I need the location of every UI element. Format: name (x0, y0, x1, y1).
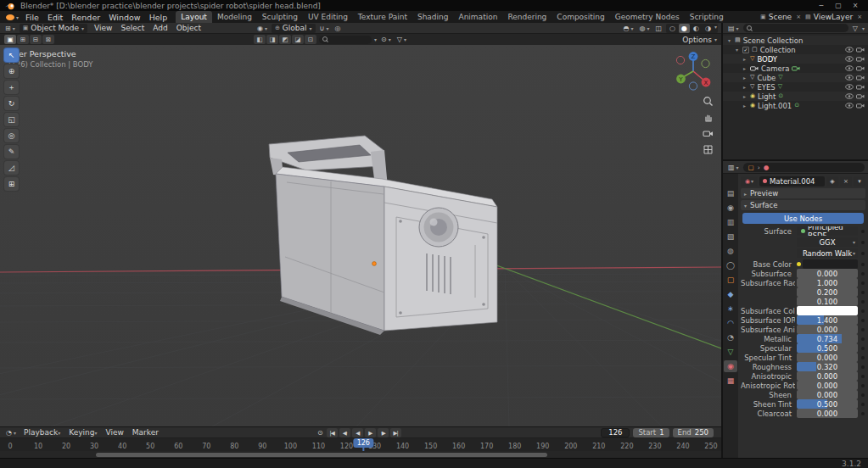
render-visibility-camera-icon[interactable] (856, 84, 865, 90)
outliner-row-light-001[interactable]: ▸◉Light.001⊙ (723, 101, 868, 110)
snap-magnet-button[interactable]: ∪▾ (318, 25, 331, 32)
surface-section-header[interactable]: ▾Surface (741, 200, 865, 210)
use-nodes-button[interactable]: Use Nodes (742, 213, 864, 224)
properties-tab-constraints[interactable]: ◔ (724, 332, 737, 343)
current-frame-marker[interactable]: 126 (354, 438, 373, 451)
zoom-icon[interactable] (703, 96, 714, 107)
snap-target-button[interactable]: ⊙▾ (379, 36, 393, 43)
outliner-item-label[interactable]: Light (758, 92, 776, 101)
outliner-menu-icon[interactable]: ▾ (862, 25, 865, 31)
workspace-tab-scripting[interactable]: Scripting (685, 11, 729, 23)
browse-material-button[interactable]: ◉▾ (741, 176, 758, 187)
workspace-tab-sculpting[interactable]: Sculpting (257, 11, 303, 23)
mode-dropdown[interactable]: ▣Object Mode▾ (20, 24, 87, 33)
outliner-row-eyes[interactable]: ▸▽EYES▽ (723, 82, 868, 92)
properties-tab-render[interactable]: ◉ (724, 202, 737, 214)
visibility-eye-icon[interactable] (845, 84, 854, 90)
timeline-menu-playback[interactable]: Playback▾ (20, 428, 64, 437)
workspace-tab-animation[interactable]: Animation (453, 11, 502, 23)
viewport-navigation-gizmo[interactable]: Z X Y (670, 48, 716, 94)
outliner-row-body[interactable]: ▸▽BODY (723, 54, 868, 64)
property-field-specular[interactable]: 0.500 (797, 343, 858, 353)
keyframe-dot[interactable] (860, 263, 865, 266)
property-field-sheen-tint[interactable]: 0.500 (797, 399, 858, 409)
disclosure-icon[interactable]: ▸ (742, 93, 748, 99)
keyframe-dot[interactable] (860, 291, 865, 294)
pan-hand-icon[interactable] (703, 112, 714, 123)
disclosure-icon[interactable]: ▸ (742, 84, 748, 90)
outliner-root-label[interactable]: Scene Collection (743, 36, 804, 45)
workspace-tab-modeling[interactable]: Modeling (212, 11, 257, 23)
outliner-item-label[interactable]: Camera (761, 64, 789, 73)
viewport-menu-add[interactable]: Add (148, 24, 171, 32)
properties-tab-output[interactable]: ▥ (724, 216, 737, 228)
property-field-anisotropic[interactable]: 0.000 (797, 371, 858, 381)
render-visibility-camera-icon[interactable] (856, 103, 865, 109)
shading-rendered-button[interactable]: ◑ (703, 24, 714, 33)
frame-start-field[interactable]: Start1 (633, 428, 669, 437)
timeline-menu-marker[interactable]: Marker (128, 428, 163, 437)
prev-keyframe-button[interactable]: ◀· (339, 428, 350, 437)
options-dropdown[interactable]: Options▾ (682, 36, 717, 44)
disclosure-icon[interactable]: ▸ (742, 103, 748, 109)
scene-unlink-icon[interactable]: × (794, 14, 803, 20)
select-mode-subtract-button[interactable]: ⊟ (30, 35, 42, 44)
timeline-scrollbar[interactable] (96, 453, 547, 457)
visibility-eye-icon[interactable] (845, 75, 854, 81)
editor-type-button[interactable]: ▤▾ (726, 25, 741, 32)
properties-breadcrumb[interactable]: ▢ › ● (743, 163, 865, 172)
disclosure-icon[interactable]: ▾ (726, 37, 732, 43)
rotate-tool[interactable]: ↻ (4, 97, 19, 110)
gizmos-toggle-button[interactable]: ◓▾ (621, 25, 635, 32)
timeline-ruler[interactable]: 0102030405060708090100110120130140150160… (0, 438, 721, 451)
unlink-material-button[interactable]: × (840, 176, 852, 187)
property-field-subsurface-radius[interactable]: 0.200 (797, 287, 858, 297)
property-field-base-color[interactable] (803, 259, 858, 269)
subsurface-method-dropdown[interactable]: Random Walk▾ (797, 248, 858, 258)
menu-render[interactable]: Render (67, 13, 104, 22)
distribution-dropdown[interactable]: GGX▾ (797, 237, 858, 247)
property-field-subsurface[interactable]: 0.000 (797, 269, 858, 278)
collection-checkbox-icon[interactable]: ✓ (742, 47, 749, 53)
editor-type-button[interactable]: ⊞▾ (3, 25, 17, 32)
auto-keying-icon[interactable]: ⊙ (316, 429, 325, 437)
keyframe-dot[interactable] (860, 309, 865, 313)
viewlayer-unlink-icon[interactable]: × (855, 14, 864, 20)
property-field-clearcoat[interactable]: 0.000 (797, 409, 858, 418)
property-field-roughness[interactable]: 0.320 (797, 362, 858, 371)
render-visibility-camera-icon[interactable] (856, 75, 865, 81)
cursor-tool[interactable]: ⊕ (4, 64, 19, 78)
outliner-row-collection[interactable]: ▾✓▢Collection (723, 45, 868, 54)
workspace-tab-shading[interactable]: Shading (412, 11, 454, 23)
outliner-row-camera[interactable]: ▸Camera (723, 64, 868, 73)
editor-type-button[interactable]: ◔▾ (4, 429, 18, 437)
select-mode-intersect-button[interactable]: ⊠ (42, 35, 54, 44)
viewport-menu-view[interactable]: View (90, 24, 116, 32)
properties-tab-particles[interactable]: ∗ (724, 303, 737, 315)
menu-edit[interactable]: Edit (43, 13, 67, 22)
surface-shader-dropdown[interactable]: Principled BSDF (797, 226, 858, 236)
workspace-tab-texture-paint[interactable]: Texture Paint (353, 11, 412, 23)
property-field-subsurface-anisot[interactable]: 0.000 (797, 325, 858, 334)
properties-tab-physics[interactable]: ◠ (724, 317, 737, 329)
select-mode-new-button[interactable]: ▣ (4, 35, 16, 44)
property-field-specular-tint[interactable]: 0.000 (797, 353, 858, 362)
filter-funnel-button[interactable]: ▽▾ (395, 36, 408, 43)
xray-toggle-button[interactable]: ◫ (653, 25, 664, 32)
keyframe-dot[interactable] (860, 300, 865, 304)
properties-tab-object-data[interactable]: ▽ (724, 346, 737, 358)
disclosure-icon[interactable]: ▾ (734, 47, 740, 53)
visibility-eye-icon[interactable] (845, 56, 854, 62)
visibility-eye-icon[interactable] (845, 47, 854, 53)
properties-tab-modifiers[interactable]: ◆ (724, 288, 737, 300)
neg-x-axis-handle[interactable] (676, 56, 684, 64)
properties-tab-material[interactable]: ◉ (724, 360, 737, 372)
viewport-menu-select[interactable]: Select (116, 24, 148, 32)
keyframe-dot[interactable] (860, 272, 865, 276)
current-frame-field[interactable]: 126 (601, 428, 630, 437)
search-dropdown-icon[interactable]: ▾ (374, 36, 377, 42)
select-box-tool[interactable]: ↖ (4, 48, 19, 62)
workspace-tab-rendering[interactable]: Rendering (502, 11, 552, 23)
properties-tab-tool[interactable]: ▤ (724, 187, 737, 199)
outliner-item-label[interactable]: EYES (757, 83, 775, 92)
